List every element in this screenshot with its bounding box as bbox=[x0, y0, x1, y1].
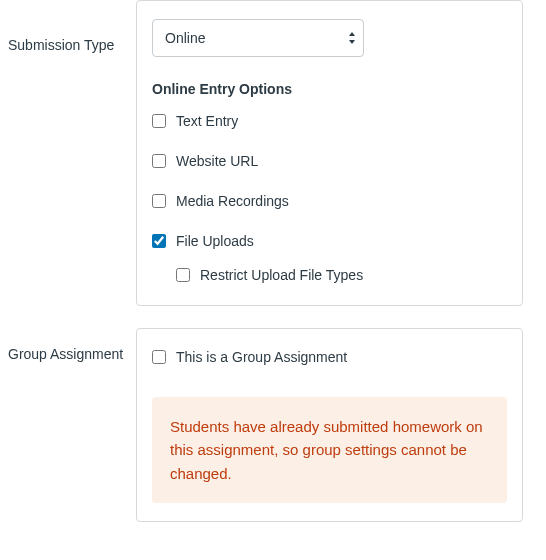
group-assignment-checkbox[interactable] bbox=[152, 350, 166, 364]
file-uploads-checkbox[interactable] bbox=[152, 234, 166, 248]
submission-type-row: Submission Type Online Online Entry Opti… bbox=[0, 0, 546, 306]
website-url-row: Website URL bbox=[152, 153, 507, 169]
text-entry-row: Text Entry bbox=[152, 113, 507, 129]
file-uploads-label[interactable]: File Uploads bbox=[176, 233, 254, 249]
text-entry-label[interactable]: Text Entry bbox=[176, 113, 238, 129]
group-checkbox-row: This is a Group Assignment bbox=[152, 349, 507, 365]
group-assignment-panel: This is a Group Assignment Students have… bbox=[136, 328, 523, 522]
media-recordings-checkbox[interactable] bbox=[152, 194, 166, 208]
group-assignment-checkbox-label[interactable]: This is a Group Assignment bbox=[176, 349, 347, 365]
group-assignment-label: Group Assignment bbox=[8, 328, 136, 362]
file-uploads-row: File Uploads bbox=[152, 233, 507, 249]
text-entry-checkbox[interactable] bbox=[152, 114, 166, 128]
submission-type-select[interactable]: Online bbox=[152, 19, 364, 57]
restrict-upload-row: Restrict Upload File Types bbox=[176, 267, 507, 283]
submission-type-panel: Online Online Entry Options Text Entry W… bbox=[136, 0, 523, 306]
media-recordings-label[interactable]: Media Recordings bbox=[176, 193, 289, 209]
submission-type-select-wrap: Online bbox=[152, 19, 364, 57]
submission-type-label: Submission Type bbox=[8, 0, 136, 53]
media-recordings-row: Media Recordings bbox=[152, 193, 507, 209]
website-url-label[interactable]: Website URL bbox=[176, 153, 258, 169]
restrict-upload-checkbox[interactable] bbox=[176, 268, 190, 282]
website-url-checkbox[interactable] bbox=[152, 154, 166, 168]
group-assignment-row: Group Assignment This is a Group Assignm… bbox=[0, 328, 546, 522]
group-alert: Students have already submitted homework… bbox=[152, 397, 507, 503]
online-entry-heading: Online Entry Options bbox=[152, 81, 507, 97]
restrict-upload-label[interactable]: Restrict Upload File Types bbox=[200, 267, 363, 283]
